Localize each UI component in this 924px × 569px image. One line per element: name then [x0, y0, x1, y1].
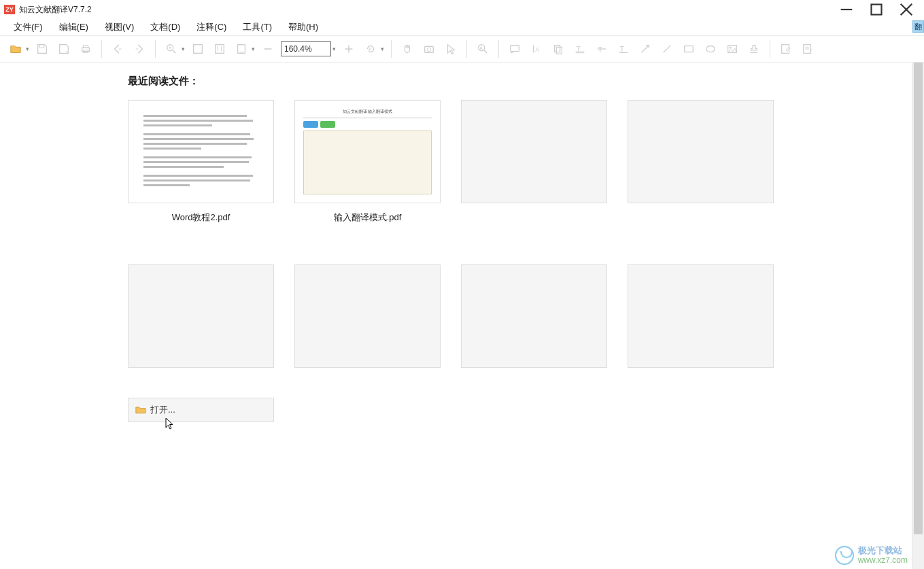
svg-point-40	[706, 46, 715, 52]
svg-text:A: A	[480, 46, 483, 50]
zoom-in-icon[interactable]	[340, 40, 358, 58]
thumbnail-empty	[461, 100, 607, 203]
recent-file-card[interactable]: 知云文献翻译 输入翻译模式 输入翻译模式.pdf	[294, 100, 441, 224]
select-tool-icon[interactable]	[442, 40, 460, 58]
highlight-icon[interactable]: T	[571, 40, 589, 58]
recent-file-card[interactable]	[128, 264, 274, 376]
edit-text-icon[interactable]	[799, 40, 817, 58]
watermark: 极光下载站 www.xz7.com	[835, 546, 908, 565]
menu-edit[interactable]: 编辑(E)	[51, 20, 97, 35]
svg-line-11	[173, 50, 175, 54]
save-icon[interactable]	[33, 40, 51, 58]
folder-icon	[135, 405, 146, 415]
underline-icon[interactable]: T	[615, 40, 632, 58]
thumbnail	[128, 100, 274, 203]
recent-file-card[interactable]: Word教程2.pdf	[128, 100, 274, 224]
hand-tool-icon[interactable]	[398, 40, 416, 58]
separator	[155, 40, 156, 58]
recent-file-card[interactable]	[461, 100, 607, 224]
stamp-icon[interactable]	[745, 40, 763, 58]
thumbnail-empty	[628, 100, 774, 203]
separator	[101, 40, 102, 58]
thumbnail: 知云文献翻译 输入翻译模式	[294, 100, 441, 203]
minimize-button[interactable]	[840, 3, 853, 16]
menu-comment[interactable]: 注释(C)	[188, 20, 235, 35]
save-as-icon[interactable]	[55, 40, 73, 58]
svg-text:T: T	[620, 45, 625, 53]
svg-rect-14	[194, 45, 203, 54]
watermark-name: 极光下载站	[858, 546, 908, 555]
window-title: 知云文献翻译V7.7.2	[19, 4, 840, 16]
menu-file[interactable]: 文件(F)	[5, 20, 51, 35]
zoom-marquee-dropdown[interactable]: ▾	[182, 46, 185, 52]
thumbnail-empty	[128, 264, 274, 368]
recent-files-title: 最近阅读文件：	[128, 75, 909, 88]
edit-content-icon[interactable]	[777, 40, 795, 58]
toolbar: ▾ ▾ ▾ 160.4% ▾ P ▾ A A T T T	[0, 35, 924, 63]
separator	[466, 40, 467, 58]
file-name: Word教程2.pdf	[128, 211, 274, 224]
zoom-dropdown[interactable]: ▾	[332, 46, 336, 52]
rotate-ccw-icon[interactable]: P	[362, 40, 379, 58]
svg-rect-16	[238, 45, 245, 54]
recent-file-card[interactable]	[628, 264, 774, 376]
svg-rect-29	[555, 46, 560, 52]
svg-point-42	[730, 47, 732, 49]
open-icon[interactable]	[7, 40, 24, 58]
search-icon[interactable]: A	[474, 40, 492, 58]
menu-help[interactable]: 帮助(H)	[280, 20, 326, 35]
line-icon[interactable]	[658, 40, 676, 58]
strikethrough-icon[interactable]: T	[593, 40, 611, 58]
zoom-marquee-icon[interactable]	[162, 40, 180, 58]
svg-rect-30	[556, 47, 562, 54]
menu-tools[interactable]: 工具(T)	[235, 20, 280, 35]
thumbnail-empty	[628, 264, 774, 368]
snapshot-icon[interactable]	[420, 40, 438, 58]
open-label: 打开...	[150, 404, 175, 416]
copy-icon[interactable]	[549, 40, 567, 58]
vertical-scrollbar[interactable]	[912, 63, 924, 569]
ellipse-icon[interactable]	[702, 40, 719, 58]
svg-line-24	[484, 50, 487, 54]
arrow-icon[interactable]	[636, 40, 654, 58]
next-page-icon[interactable]	[131, 40, 148, 58]
thumbnail-empty	[461, 264, 607, 368]
maximize-button[interactable]	[870, 3, 883, 16]
scrollbar-thumb[interactable]	[914, 63, 923, 534]
watermark-logo-icon	[835, 546, 854, 565]
separator	[391, 40, 392, 58]
menu-bar: 文件(F) 编辑(E) 视图(V) 文档(D) 注释(C) 工具(T) 帮助(H…	[0, 19, 924, 35]
fit-width-icon[interactable]	[233, 40, 250, 58]
recent-file-card[interactable]	[461, 264, 607, 376]
svg-point-22	[427, 48, 430, 51]
svg-rect-32	[576, 52, 585, 54]
menu-view[interactable]: 视图(V)	[97, 20, 142, 35]
recent-file-card[interactable]	[294, 264, 441, 376]
fit-dropdown[interactable]: ▾	[252, 46, 255, 52]
file-name: 输入翻译模式.pdf	[294, 211, 441, 224]
fit-page-icon[interactable]	[211, 40, 228, 58]
app-icon: ZY	[4, 5, 15, 14]
prev-page-icon[interactable]	[109, 40, 126, 58]
rectangle-icon[interactable]	[680, 40, 698, 58]
svg-rect-44	[782, 45, 789, 54]
start-page: 最近阅读文件： Word教程2.pdf 知云文献翻译 输入翻译模式 输入翻译模式…	[0, 63, 909, 569]
actual-size-icon[interactable]	[189, 40, 207, 58]
image-icon[interactable]	[723, 40, 741, 58]
open-dropdown-icon[interactable]: ▾	[26, 46, 29, 52]
zoom-input[interactable]: 160.4%	[281, 41, 331, 56]
open-file-button[interactable]: 打开...	[128, 398, 274, 422]
text-select-icon[interactable]: A	[528, 40, 545, 58]
zoom-out-icon[interactable]	[259, 40, 277, 58]
svg-rect-1	[872, 5, 882, 15]
svg-rect-4	[39, 45, 44, 48]
menu-document[interactable]: 文档(D)	[142, 20, 188, 35]
print-icon[interactable]	[77, 40, 95, 58]
svg-line-38	[664, 46, 671, 53]
svg-line-37	[642, 46, 649, 53]
close-button[interactable]	[900, 3, 913, 16]
rotate-dropdown[interactable]: ▾	[381, 46, 384, 52]
translate-panel-tab[interactable]: 翻	[912, 20, 924, 33]
recent-file-card[interactable]	[628, 100, 774, 224]
note-icon[interactable]	[506, 40, 524, 58]
